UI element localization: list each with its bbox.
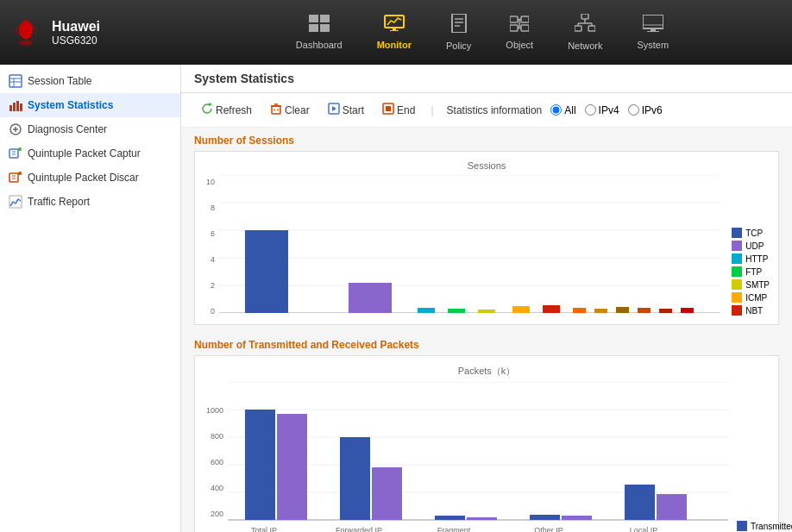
svg-rect-88 — [340, 437, 370, 520]
radio-ipv6[interactable]: IPv6 — [628, 104, 663, 116]
svg-rect-46 — [9, 173, 18, 182]
svg-rect-95 — [657, 494, 687, 520]
filter-radio-group: All IPv4 IPv6 — [550, 104, 662, 116]
svg-rect-13 — [510, 16, 518, 22]
page-title: System Statistics — [194, 72, 294, 85]
svg-rect-87 — [277, 414, 307, 520]
svg-rect-15 — [510, 25, 518, 31]
brand-text: Huawei USG6320 — [52, 19, 100, 47]
svg-rect-71 — [478, 310, 495, 313]
end-button[interactable]: End — [375, 100, 422, 120]
clear-button[interactable]: Clear — [263, 100, 317, 120]
radio-ipv4[interactable]: IPv4 — [585, 104, 619, 116]
legend-tcp: TCP — [732, 228, 770, 238]
tcp-color — [732, 228, 742, 238]
svg-point-1 — [19, 41, 33, 46]
svg-rect-42 — [9, 149, 18, 158]
capture-icon — [9, 147, 22, 160]
packets-section: Number of Transmitted and Received Packe… — [181, 332, 792, 532]
refresh-button[interactable]: Refresh — [194, 100, 259, 120]
svg-rect-72 — [512, 306, 530, 313]
nav-object[interactable]: Object — [493, 8, 546, 57]
sidebar-item-system-statistics[interactable]: System Statistics — [0, 93, 180, 117]
sessions-section: Number of Sessions Sessions 0 2 4 6 8 10 — [181, 128, 792, 325]
svg-rect-89 — [372, 467, 402, 520]
svg-rect-76 — [616, 307, 629, 313]
main-layout: Session Table System Statistics Diagnosi… — [0, 65, 792, 532]
content-area: System Statistics Refresh Clear Start — [181, 65, 792, 532]
nav-dashboard[interactable]: Dashboard — [283, 8, 355, 57]
sidebar-item-session-table[interactable]: Session Table — [0, 69, 180, 93]
radio-all[interactable]: All — [550, 104, 575, 116]
svg-rect-75 — [594, 309, 607, 313]
system-statistics-icon — [9, 98, 22, 112]
svg-rect-60 — [386, 106, 391, 111]
diagnosis-icon — [9, 122, 22, 136]
nbt-color — [732, 305, 742, 316]
sidebar-item-diagnosis-center[interactable]: Diagnosis Center — [0, 117, 180, 141]
sidebar-item-quintuple-capture[interactable]: Quintuple Packet Captur — [0, 141, 180, 166]
refresh-icon — [201, 103, 213, 117]
svg-rect-86 — [245, 410, 275, 520]
sidebar-item-traffic-report[interactable]: Traffic Report — [0, 190, 180, 214]
packets-chart-inner: Total IP Forwarded IP Fragment Other IP … — [228, 382, 728, 532]
sessions-chart-svg — [219, 175, 720, 313]
sidebar-item-quintuple-discard[interactable]: Quintuple Packet Discar — [0, 166, 180, 190]
packets-section-title: Number of Transmitted and Received Packe… — [194, 339, 779, 351]
main-nav: Dashboard Monitor Policy Object — [181, 7, 783, 58]
svg-rect-16 — [521, 25, 529, 31]
system-icon — [643, 15, 663, 36]
session-table-icon — [9, 74, 22, 88]
svg-text:Other IP: Other IP — [534, 526, 563, 532]
svg-text:Fragment: Fragment — [437, 526, 471, 532]
radio-ipv6-input[interactable] — [628, 104, 639, 116]
legend-icmp: ICMP — [732, 292, 770, 303]
toolbar-separator: | — [431, 104, 433, 116]
start-icon — [328, 103, 340, 117]
svg-rect-35 — [9, 105, 12, 111]
svg-rect-91 — [467, 517, 497, 520]
svg-rect-14 — [521, 16, 529, 22]
svg-rect-79 — [681, 308, 694, 313]
packets-chart-area: 0 200 400 600 800 1000 — [204, 382, 770, 532]
sessions-section-title: Number of Sessions — [194, 135, 779, 147]
svg-rect-3 — [320, 15, 330, 22]
nav-network[interactable]: Network — [555, 7, 615, 58]
legend-udp: UDP — [732, 241, 770, 251]
sessions-chart-title: Sessions — [204, 160, 770, 171]
start-button[interactable]: Start — [321, 100, 371, 120]
svg-rect-20 — [581, 14, 588, 19]
svg-rect-29 — [651, 28, 656, 31]
svg-marker-51 — [209, 103, 212, 106]
content-header: System Statistics — [181, 65, 792, 93]
svg-rect-21 — [575, 26, 581, 31]
svg-rect-70 — [448, 309, 465, 313]
nav-system[interactable]: System — [624, 8, 682, 57]
legend-transmitted: Transmitted — [737, 521, 792, 531]
http-color — [732, 253, 742, 264]
traffic-report-icon — [9, 195, 22, 209]
svg-rect-30 — [647, 31, 659, 32]
svg-rect-94 — [625, 485, 655, 520]
app-header: Huawei USG6320 Dashboard Monitor Policy — [0, 0, 792, 65]
svg-rect-2 — [309, 15, 318, 22]
huawei-logo-icon — [9, 16, 43, 50]
svg-rect-7 — [393, 28, 396, 30]
svg-rect-5 — [320, 24, 330, 32]
radio-all-input[interactable] — [550, 104, 562, 116]
nav-policy[interactable]: Policy — [433, 7, 484, 58]
svg-rect-27 — [643, 15, 663, 28]
legend-nbt: NBT — [732, 305, 770, 316]
transmitted-color — [737, 521, 747, 531]
svg-text:Local IP: Local IP — [630, 526, 658, 532]
svg-rect-69 — [418, 308, 435, 313]
svg-rect-92 — [530, 515, 560, 520]
ftp-color — [732, 266, 742, 277]
dashboard-icon — [309, 15, 330, 36]
svg-rect-77 — [638, 308, 651, 313]
svg-text:Forwarded IP: Forwarded IP — [336, 526, 382, 532]
svg-rect-93 — [562, 516, 592, 520]
svg-rect-74 — [573, 308, 586, 313]
radio-ipv4-input[interactable] — [585, 104, 596, 116]
nav-monitor[interactable]: Monitor — [364, 8, 424, 57]
